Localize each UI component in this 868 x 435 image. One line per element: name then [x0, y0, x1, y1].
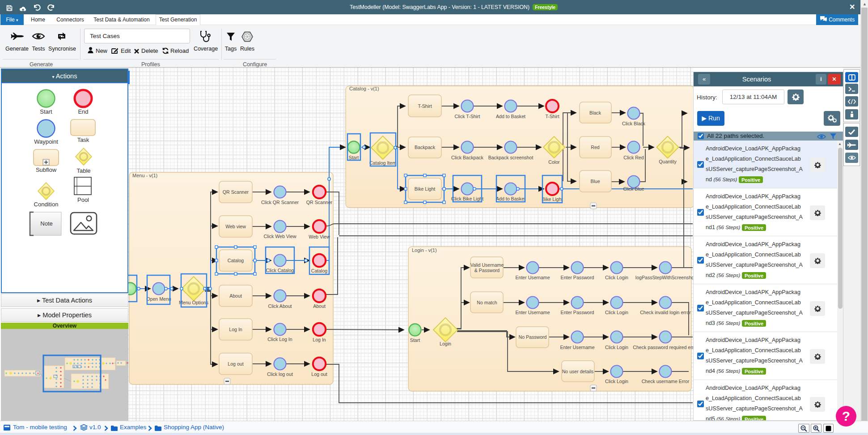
svg-text:Add to Basket: Add to Basket: [496, 196, 525, 201]
svg-text:Start: Start: [349, 155, 359, 160]
svg-text:Enter Password: Enter Password: [561, 310, 594, 315]
svg-text:Enter Username: Enter Username: [515, 310, 550, 315]
svg-text:Start: Start: [410, 337, 420, 343]
svg-text:Catalog Item: Catalog Item: [369, 160, 396, 166]
svg-text:Web view: Web view: [225, 224, 246, 229]
svg-text:Bike Light: Bike Light: [415, 186, 436, 192]
svg-text:No Password: No Password: [519, 334, 547, 340]
svg-text:Click Catalog: Click Catalog: [266, 268, 294, 273]
svg-text:Start: Start: [40, 108, 52, 115]
svg-text:Red: Red: [591, 145, 600, 150]
svg-text:Log out: Log out: [228, 361, 243, 367]
svg-text:Color: Color: [548, 159, 560, 165]
svg-text:Click Log In: Click Log In: [267, 337, 292, 342]
svg-text:Catalog: Catalog: [228, 258, 244, 263]
svg-text:Menu Options: Menu Options: [179, 300, 208, 305]
svg-text:Enter Username: Enter Username: [515, 275, 550, 280]
svg-text:Quantity: Quantity: [659, 159, 677, 164]
svg-text:Login: Login: [440, 341, 451, 346]
svg-text:Click Black: Click Black: [622, 121, 646, 126]
svg-text:Click Login: Click Login: [605, 310, 628, 315]
svg-text:Backpack: Backpack: [415, 145, 436, 150]
svg-text:Click Backpack: Click Backpack: [451, 155, 484, 160]
svg-text:Check username Error: Check username Error: [642, 379, 690, 384]
svg-text:Click Login: Click Login: [605, 275, 628, 280]
svg-text:QR Scanner: QR Scanner: [223, 189, 249, 195]
svg-text:logPassStepWithScreenshot: logPassStepWithScreenshot: [635, 275, 693, 280]
svg-text:Add to Basket: Add to Basket: [496, 114, 525, 119]
svg-text:Web View: Web View: [309, 234, 330, 239]
svg-text:Check password required error: Check password required error: [633, 345, 693, 350]
svg-text:Click Blue: Click Blue: [623, 186, 644, 192]
svg-text:Click QR Scanner: Click QR Scanner: [261, 200, 299, 205]
svg-text:T-Shirt: T-Shirt: [545, 114, 559, 119]
svg-text:Catalog - v(1): Catalog - v(1): [349, 86, 379, 91]
svg-text:QR Scanner: QR Scanner: [306, 200, 333, 205]
svg-text:Click log out: Click log out: [267, 371, 293, 377]
svg-text:Enter Password: Enter Password: [561, 275, 594, 280]
svg-text:Bike Light: Bike Light: [542, 196, 563, 202]
svg-text:& Password: & Password: [474, 268, 500, 273]
svg-text:Open Menu: Open Menu: [146, 296, 171, 302]
svg-text:Blue: Blue: [590, 179, 600, 184]
svg-text:Click Bike Light: Click Bike Light: [451, 196, 483, 201]
svg-text:About: About: [229, 293, 242, 299]
svg-text:No match: No match: [477, 300, 497, 305]
svg-text:Log In: Log In: [313, 337, 326, 342]
svg-text:Pool: Pool: [77, 196, 89, 203]
svg-text:End: End: [78, 108, 88, 115]
svg-text:About: About: [313, 303, 326, 309]
svg-text:Login - v(1): Login - v(1): [412, 247, 437, 253]
svg-text:T-Shirt: T-Shirt: [418, 103, 432, 109]
svg-text:Click Login: Click Login: [605, 345, 628, 350]
svg-text:Log out: Log out: [311, 371, 327, 377]
svg-text:Black: Black: [589, 110, 601, 115]
svg-text:Click Red: Click Red: [623, 155, 644, 160]
svg-text:Check invalid login error: Check invalid login error: [640, 310, 691, 315]
svg-text:Waypoint: Waypoint: [34, 138, 58, 145]
svg-text:Catalog: Catalog: [311, 268, 328, 273]
svg-text:No user details: No user details: [562, 369, 594, 374]
svg-text:Backpack screenshot: Backpack screenshot: [488, 155, 534, 160]
svg-text:Log In: Log In: [229, 327, 242, 332]
svg-text:Subflow: Subflow: [36, 166, 57, 173]
svg-text:Click Login: Click Login: [605, 379, 628, 384]
svg-text:Click About: Click About: [268, 303, 292, 309]
svg-text:Condition: Condition: [34, 201, 59, 208]
svg-text:Table: Table: [76, 167, 90, 174]
svg-text:Click Web View: Click Web View: [263, 234, 296, 239]
svg-text:Task: Task: [77, 136, 89, 143]
svg-text:Note: Note: [40, 220, 52, 227]
svg-text:Menu - v(1): Menu - v(1): [132, 173, 157, 178]
svg-text:Valid Username: Valid Username: [470, 262, 504, 268]
svg-text:Enter Username: Enter Username: [560, 345, 594, 350]
svg-text:Click T-Shirt: Click T-Shirt: [455, 114, 480, 119]
